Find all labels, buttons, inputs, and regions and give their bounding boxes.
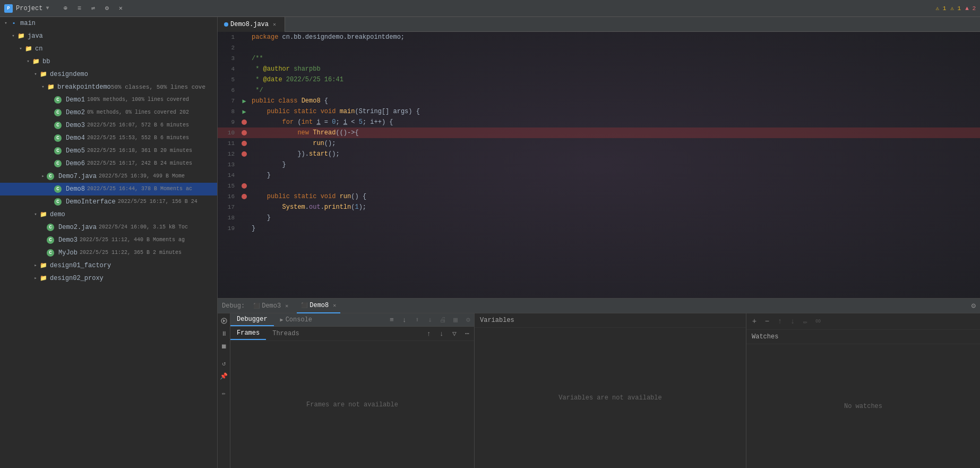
down-frame-icon[interactable]: ↓ bbox=[436, 328, 448, 339]
module-icon: ▪ bbox=[10, 19, 18, 28]
filter-icon[interactable]: ▦ bbox=[450, 314, 461, 326]
meta-Demo2java: 2022/5/24 16:00, 3.15 kB Toc bbox=[99, 222, 188, 233]
edit-watch-icon[interactable]: ✏ bbox=[800, 316, 811, 327]
settings-toolbar-icon[interactable]: ⚙ bbox=[101, 3, 113, 14]
filter-frames-icon[interactable]: ▽ bbox=[449, 328, 460, 339]
expand-arrow-bb[interactable]: ▾ bbox=[24, 58, 32, 65]
tree-label-Demo4: Demo4 bbox=[66, 133, 85, 143]
gutter-14 bbox=[239, 170, 250, 181]
tree-item-Demo3-bp[interactable]: ▸ C Demo3 2022/5/25 16:07, 572 B 6 minut… bbox=[0, 119, 217, 132]
rerun-icon[interactable]: ↺ bbox=[219, 358, 229, 369]
print-icon[interactable]: 🖨 bbox=[437, 314, 449, 326]
watches-header: Watches bbox=[746, 330, 980, 344]
debug-tab-Demo3[interactable]: ⬛ Demo3 ✕ bbox=[249, 299, 293, 313]
gutter-10[interactable] bbox=[239, 127, 250, 138]
tree-item-designdemo[interactable]: ▾ 📁 designdemo bbox=[0, 68, 217, 81]
expand-arrow-design01[interactable]: ▸ bbox=[32, 262, 39, 269]
code-editor[interactable]: 1 package cn.bb.designdemo.breakpointdem… bbox=[218, 32, 980, 298]
scroll-up-icon[interactable]: ⬆ bbox=[411, 314, 423, 326]
gutter-16[interactable] bbox=[239, 191, 250, 202]
tree-item-Demo6[interactable]: ▸ C Demo6 2022/5/25 16:17, 242 B 24 minu… bbox=[0, 157, 217, 170]
soft-wrap-icon[interactable]: ≡ bbox=[386, 314, 398, 326]
line-content-16: public static void run() { bbox=[250, 191, 980, 202]
tree-item-Demo5[interactable]: ▸ C Demo5 2022/5/25 16:18, 361 B 20 minu… bbox=[0, 144, 217, 157]
close-toolbar-icon[interactable]: ✕ bbox=[115, 3, 126, 14]
java-icon-DemoInterface: C bbox=[54, 198, 62, 206]
debug-tab-close-Demo3[interactable]: ✕ bbox=[285, 303, 288, 309]
tree-item-cn[interactable]: ▾ 📁 cn bbox=[0, 42, 217, 55]
up-watch-icon[interactable]: ↑ bbox=[774, 316, 786, 327]
code-line-12: 12 }).start(); bbox=[218, 149, 980, 159]
expand-arrow-demo[interactable]: ▾ bbox=[32, 211, 39, 218]
gutter-12[interactable] bbox=[239, 149, 250, 159]
settings-console-icon[interactable]: ⚙ bbox=[462, 314, 474, 326]
down-watch-icon[interactable]: ↓ bbox=[787, 316, 798, 327]
line-num-2: 2 bbox=[218, 42, 239, 53]
gutter-9[interactable] bbox=[239, 117, 250, 127]
tree-item-MyJob[interactable]: ▸ C MyJob 2022/5/25 11:22, 365 B 2 minut… bbox=[0, 246, 217, 259]
tab-debugger[interactable]: Debugger bbox=[230, 313, 274, 326]
expand-arrow-cn[interactable]: ▾ bbox=[17, 45, 24, 53]
tree-item-Demo4[interactable]: ▸ C Demo4 2022/5/25 15:53, 552 B 6 minut… bbox=[0, 132, 217, 144]
tree-item-Demo3-demo[interactable]: ▸ C Demo3 2022/5/25 11:12, 440 B Moments… bbox=[0, 234, 217, 246]
tree-item-breakpointdemo[interactable]: ▾ 📁 breakpointdemo 50% classes, 50% line… bbox=[0, 81, 217, 93]
add-toolbar-icon[interactable]: ⊕ bbox=[59, 3, 71, 14]
meta-Demo7: 2022/5/25 16:39, 499 B Mome bbox=[99, 171, 185, 182]
gutter-15[interactable] bbox=[239, 181, 250, 191]
tree-item-bb[interactable]: ▾ 📁 bb bbox=[0, 55, 217, 68]
tree-item-Demo2java[interactable]: ▸ C Demo2.java 2022/5/24 16:00, 3.15 kB … bbox=[0, 221, 217, 234]
expand-arrow-main[interactable]: ▾ bbox=[2, 20, 10, 27]
gutter-11[interactable] bbox=[239, 138, 250, 149]
expand-arrow-java[interactable]: ▾ bbox=[10, 32, 17, 40]
edit-watches-icon[interactable]: ✏ bbox=[219, 388, 229, 398]
tree-item-DemoInterface[interactable]: ▸ C DemoInterface 2022/5/25 16:17, 156 B… bbox=[0, 195, 217, 208]
tree-item-design02[interactable]: ▸ 📁 design02_proxy bbox=[0, 272, 217, 285]
tab-console[interactable]: ▶ Console bbox=[274, 313, 319, 326]
gutter-8[interactable]: ▶ bbox=[239, 106, 250, 117]
code-line-13: 13 } bbox=[218, 159, 980, 170]
tree-item-Demo7[interactable]: ▸ C Demo7.java 2022/5/25 16:39, 499 B Mo… bbox=[0, 170, 217, 183]
expand-arrow-designdemo[interactable]: ▾ bbox=[32, 71, 39, 78]
gutter-7[interactable]: ▶ bbox=[239, 96, 250, 106]
line-content-3: /** bbox=[250, 53, 980, 64]
expand-arrow-design02[interactable]: ▸ bbox=[32, 275, 39, 282]
add-watch-icon[interactable]: + bbox=[749, 316, 760, 327]
line-content-12: }).start(); bbox=[250, 149, 980, 159]
tab-label-Demo8: Demo8.java bbox=[230, 21, 269, 28]
tree-item-main[interactable]: ▾ ▪ main bbox=[0, 17, 217, 30]
tree-item-Demo8[interactable]: ▸ C Demo8 2022/5/25 16:44, 378 B Moments… bbox=[0, 183, 217, 195]
up-frame-icon[interactable]: ↑ bbox=[423, 328, 435, 339]
code-line-17: 17 System.out.println(1); bbox=[218, 202, 980, 212]
expand-arrow-breakpointdemo[interactable]: ▾ bbox=[39, 83, 47, 91]
align-toolbar-icon[interactable]: ≡ bbox=[73, 3, 85, 14]
tab-frames[interactable]: Frames bbox=[230, 327, 266, 340]
debug-side-toolbar: ⏸ ⏹ ↺ 📌 ✏ bbox=[218, 313, 230, 468]
debug-settings-icon[interactable]: ⚙ bbox=[972, 301, 976, 310]
line-content-19: } bbox=[250, 223, 980, 234]
pin-icon[interactable]: 📌 bbox=[219, 371, 229, 381]
scroll-end-icon[interactable]: ⇓ bbox=[424, 314, 436, 326]
variables-empty-text: Variables are not available bbox=[475, 328, 746, 468]
tree-item-design01[interactable]: ▸ 📁 design01_factory bbox=[0, 259, 217, 272]
distribute-toolbar-icon[interactable]: ⇌ bbox=[87, 3, 99, 14]
pause-icon[interactable]: ⏸ bbox=[219, 328, 229, 339]
expand-arrow-Demo7[interactable]: ▸ bbox=[39, 173, 47, 180]
debug-tab-Demo8[interactable]: ⬛ Demo8 ✕ bbox=[297, 299, 340, 313]
tree-item-java[interactable]: ▾ 📁 java bbox=[0, 30, 217, 42]
stop-square-icon[interactable]: ⏹ bbox=[219, 341, 229, 352]
tree-item-Demo2[interactable]: ▸ C Demo2 0% methods, 0% lines covered 2… bbox=[0, 106, 217, 119]
tab-close-Demo8[interactable]: ✕ bbox=[271, 21, 278, 28]
tree-item-demo[interactable]: ▾ 📁 demo bbox=[0, 208, 217, 221]
more-frames-icon[interactable]: ⋯ bbox=[461, 328, 473, 339]
tab-threads[interactable]: Threads bbox=[266, 328, 305, 339]
debug-subtabs: Debugger ▶ Console ≡ ↓ ⬆ ⇓ 🖨 ▦ bbox=[230, 313, 474, 327]
tab-Demo8[interactable]: Demo8.java ✕ bbox=[218, 17, 285, 32]
scroll-down-icon[interactable]: ↓ bbox=[399, 314, 410, 326]
tree-item-Demo1[interactable]: ▸ C Demo1 100% methods, 100% lines cover… bbox=[0, 93, 217, 106]
java-icon-Demo7: C bbox=[47, 173, 54, 180]
infinity-watch-icon[interactable]: ∞ bbox=[812, 316, 824, 327]
remove-watch-icon[interactable]: − bbox=[761, 316, 773, 327]
debug-tab-close-Demo8[interactable]: ✕ bbox=[333, 302, 336, 309]
debugger-nav-icon[interactable] bbox=[219, 316, 229, 326]
warning-badge-2: ⚠ 1 bbox=[950, 5, 961, 12]
